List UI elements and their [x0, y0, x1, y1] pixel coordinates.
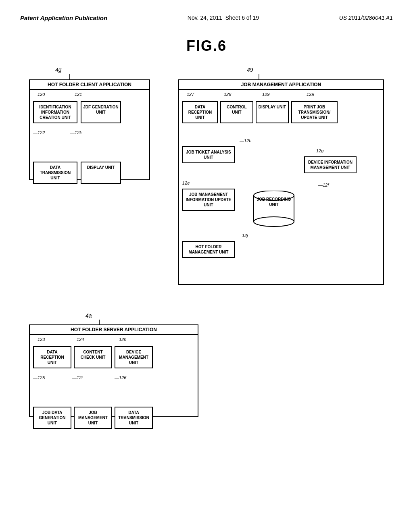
page-header: Patent Application Publication Nov. 24, … [0, 0, 413, 25]
ref-12h: —12h [115, 337, 126, 342]
ref-12j: —12j [238, 233, 248, 238]
ref-12i: —12i [72, 375, 83, 380]
unit-job-mgmt-info-update: JOB MANAGEMENT INFORMATION UPDATE UNIT [182, 189, 235, 211]
unit-device-info-mgmt: DEVICE INFORMATION MANAGEMENT UNIT [304, 156, 357, 173]
page: Patent Application Publication Nov. 24, … [0, 0, 413, 532]
ref-12k: —12k [70, 130, 82, 135]
header-date-sheet: Nov. 24, 2011 Sheet 6 of 19 [188, 15, 259, 21]
unit-device-mgmt: DEVICE MANAGEMENT UNIT [115, 346, 153, 368]
hot-folder-server-title: HOT FOLDER SERVER APPLICATION [30, 325, 198, 335]
main-diagram: 4g HOT FOLDER CLIENT APPLICATION —120 —1… [21, 66, 392, 300]
bottom-diagram: 4a HOT FOLDER SERVER APPLICATION —123 —1… [21, 312, 392, 425]
job-management-app-box: JOB MANAGEMENT APPLICATION —127 —128 —12… [178, 79, 384, 285]
ref-126: —126 [115, 375, 126, 380]
ref-12f: —12f [318, 183, 329, 187]
hot-folder-server-app-box: HOT FOLDER SERVER APPLICATION —123 —124 … [29, 324, 198, 417]
figure-title: FIG.6 [20, 37, 393, 54]
ref-124: —124 [72, 337, 84, 342]
unit-job-recording: JOB RECORDING UNIT [254, 197, 294, 207]
unit-data-transmission: DATA TRANSMISSION UNIT [33, 162, 77, 184]
ref-123: —123 [33, 337, 45, 342]
hot-folder-client-app-box: HOT FOLDER CLIENT APPLICATION —120 —121 … [29, 79, 150, 180]
ref-12a: —12a [302, 92, 314, 97]
unit-print-job-transmission: PRINT JOB TRANSMISSION/ UPDATE UNIT [291, 101, 338, 123]
ref-122: —122 [33, 130, 45, 135]
ref-121: —121 [70, 92, 82, 97]
label-49: 49 [247, 66, 253, 73]
ref-12g: 12g [316, 148, 323, 153]
svg-point-16 [254, 217, 294, 227]
job-management-title: JOB MANAGEMENT APPLICATION [179, 80, 383, 90]
unit-content-check: CONTENT CHECK UNIT [74, 346, 112, 368]
unit-data-reception: DATA RECEPTION UNIT [182, 101, 218, 123]
unit-display-job: DISPLAY UNIT [256, 101, 289, 123]
unit-control: CONTROL UNIT [220, 101, 253, 123]
hot-folder-client-title: HOT FOLDER CLIENT APPLICATION [30, 80, 149, 90]
label-4g: 4g [55, 66, 62, 73]
ref-12b: —12b [240, 138, 251, 143]
ref-12e: 12e [182, 181, 190, 185]
ref-127: —127 [182, 92, 194, 97]
unit-hot-folder-mgmt: HOT FOLDER MANAGEMENT UNIT [182, 241, 235, 258]
header-title: Patent Application Publication [20, 15, 107, 21]
unit-job-data-generation: JOB DATA GENERATION UNIT [33, 407, 71, 429]
unit-data-transmission-server: DATA TRANSMISSION UNIT [115, 407, 153, 429]
ref-120: —120 [33, 92, 45, 97]
ref-125: —125 [33, 375, 45, 380]
header-patent: US 2011/0286041 A1 [339, 15, 393, 21]
label-4a: 4a [86, 312, 92, 319]
unit-display-client: DISPLAY UNIT [81, 162, 121, 184]
unit-identification-info: IDENTIFICATION INFORMATION CREATION UNIT [33, 101, 77, 123]
ref-129: —129 [258, 92, 269, 97]
ref-128: —128 [219, 92, 231, 97]
unit-job-ticket-analysis: JOB TICKET ANALYSIS UNIT [182, 146, 235, 163]
unit-jdf-generation: JDF GENERATION UNIT [81, 101, 121, 123]
unit-job-mgmt-server: JOB MANAGEMENT UNIT [74, 407, 112, 429]
unit-data-reception-server: DATA RECEPTION UNIT [33, 346, 71, 368]
main-content: FIG.6 [0, 25, 413, 441]
